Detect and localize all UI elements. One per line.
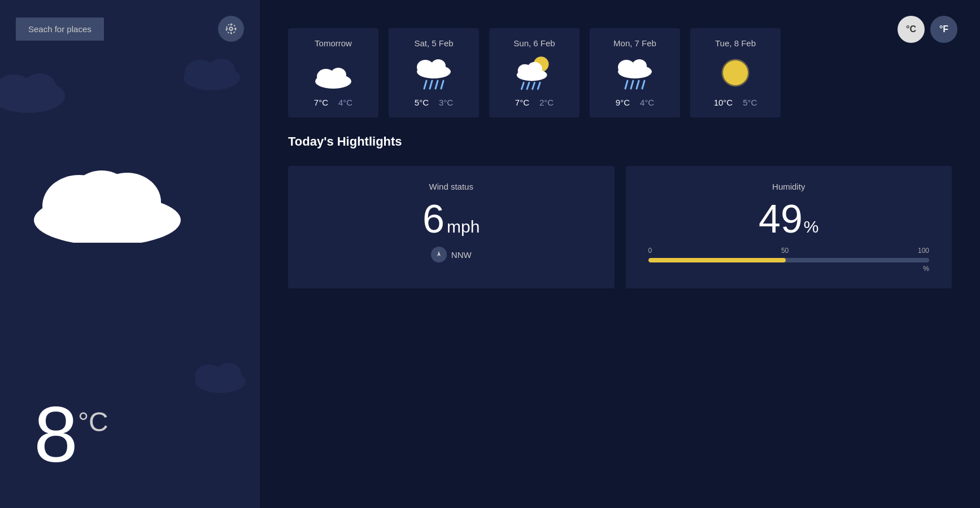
svg-line-34 (527, 82, 529, 89)
forecast-temps-0: 7°C 4°C (314, 98, 352, 107)
svg-line-36 (538, 82, 540, 89)
fahrenheit-button[interactable]: °F (930, 16, 957, 43)
forecast-row: Tomorrow 7°C 4°C Sat, 5 Feb (288, 28, 952, 117)
forecast-day-0: Tomorrow (315, 38, 352, 48)
svg-point-18 (216, 363, 241, 383)
svg-point-21 (330, 68, 346, 82)
forecast-high-2: 7°C (515, 98, 529, 107)
location-button[interactable] (218, 16, 244, 42)
location-icon (225, 23, 237, 35)
svg-line-42 (637, 81, 639, 89)
cloud-decoration-2 (181, 51, 243, 93)
forecast-day-3: Mon, 7 Feb (613, 38, 656, 48)
temperature-unit: °C (78, 406, 108, 437)
svg-line-35 (533, 82, 535, 89)
forecast-low-4: 5°C (743, 98, 757, 107)
forecast-low-2: 2°C (539, 98, 554, 107)
left-top-bar: Seach for places (0, 0, 260, 42)
svg-line-28 (441, 81, 443, 89)
celsius-button[interactable]: °C (898, 16, 925, 43)
svg-point-8 (23, 73, 56, 102)
wind-status-card: Wind status 6 mph NNW (288, 166, 615, 288)
forecast-card-sun: Sun, 6 Feb 7°C 2°C (489, 28, 580, 117)
forecast-day-1: Sat, 5 Feb (414, 38, 453, 48)
search-button[interactable]: Seach for places (16, 17, 104, 41)
forecast-temps-4: 10°C 5°C (714, 98, 757, 107)
wind-direction-label: NNW (451, 250, 472, 260)
humidity-bar-mid: 50 (781, 247, 789, 255)
humidity-bar-track (648, 258, 930, 262)
highlights-section: Today's Hightlights (288, 134, 952, 149)
forecast-day-2: Sun, 6 Feb (513, 38, 555, 48)
forecast-low-1: 3°C (439, 98, 453, 107)
forecast-low-3: 4°C (640, 98, 654, 107)
forecast-card-sat: Sat, 5 Feb 5°C 3°C (389, 28, 479, 117)
svg-point-0 (229, 27, 233, 30)
svg-point-15 (71, 170, 133, 225)
highlights-grid: Wind status 6 mph NNW Humidity 49 % (288, 166, 952, 288)
svg-line-40 (625, 81, 628, 89)
svg-line-25 (424, 81, 426, 89)
forecast-low-0: 4°C (338, 98, 352, 107)
humidity-value: 49 (759, 199, 803, 239)
forecast-high-0: 7°C (314, 98, 328, 107)
highlights-title: Today's Hightlights (288, 134, 952, 149)
unit-toggles: °C °F (898, 16, 957, 43)
left-panel: Seach for places (0, 0, 260, 508)
svg-line-27 (435, 81, 438, 89)
cloud-main (28, 152, 186, 245)
forecast-icon-1 (413, 56, 454, 90)
forecast-high-3: 9°C (616, 98, 630, 107)
svg-line-43 (642, 81, 644, 89)
wind-value: 6 (423, 199, 445, 239)
svg-point-32 (527, 62, 542, 76)
forecast-card-tue: Tue, 8 Feb 10°C 5°C (690, 28, 781, 117)
svg-point-11 (208, 59, 235, 81)
temperature-display: 8 °C (34, 395, 108, 474)
svg-point-39 (632, 59, 647, 73)
humidity-bar-max: 100 (918, 247, 929, 255)
humidity-label: Humidity (772, 182, 805, 191)
forecast-temps-3: 9°C 4°C (616, 98, 654, 107)
wind-direction-icon (431, 247, 447, 262)
humidity-bar-fill (648, 258, 786, 262)
cloud-decoration-1 (0, 62, 68, 115)
temperature-value: 8 (34, 395, 78, 474)
humidity-bar-min: 0 (648, 247, 652, 255)
forecast-card-tomorrow: Tomorrow 7°C 4°C (288, 28, 378, 117)
forecast-icon-4 (715, 56, 756, 90)
forecast-temps-1: 5°C 3°C (415, 98, 453, 107)
right-panel: °C °F Tomorrow 7°C 4°C Sat, 5 Feb (260, 0, 980, 508)
svg-marker-46 (437, 251, 441, 256)
wind-label: Wind status (429, 182, 473, 191)
forecast-card-mon: Mon, 7 Feb 9°C 4°C (590, 28, 680, 117)
humidity-bar-container: 0 50 100 % (648, 247, 930, 273)
wind-direction: NNW (431, 247, 472, 262)
forecast-high-4: 10°C (714, 98, 733, 107)
svg-point-24 (431, 59, 446, 73)
humidity-unit: % (804, 217, 819, 237)
humidity-card: Humidity 49 % 0 50 100 % (626, 166, 952, 288)
cloud-decoration-3 (192, 356, 249, 395)
svg-line-33 (521, 82, 524, 89)
svg-line-26 (430, 81, 432, 89)
forecast-icon-3 (615, 56, 655, 90)
forecast-icon-0 (313, 56, 354, 90)
humidity-pct-label: % (648, 265, 930, 273)
humidity-bar-labels: 0 50 100 (648, 247, 930, 255)
wind-unit: mph (447, 217, 480, 237)
forecast-day-4: Tue, 8 Feb (715, 38, 756, 48)
forecast-icon-2 (514, 56, 555, 90)
svg-line-41 (631, 81, 633, 89)
forecast-high-1: 5°C (415, 98, 429, 107)
forecast-temps-2: 7°C 2°C (515, 98, 554, 107)
